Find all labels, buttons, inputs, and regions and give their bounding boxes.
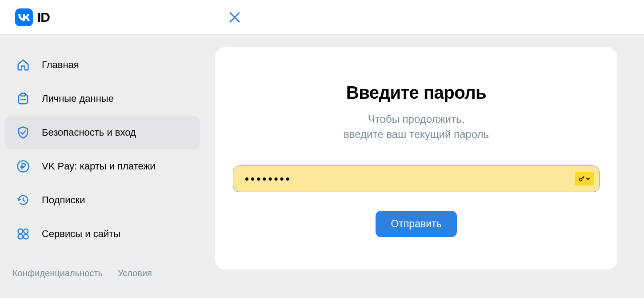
sidebar-item-label: Безопасность и вход bbox=[42, 127, 136, 138]
svg-rect-6 bbox=[18, 234, 23, 239]
vk-logo-icon bbox=[15, 8, 33, 26]
chevron-down-icon bbox=[586, 177, 590, 181]
main-content: Введите пароль Чтобы продолжить, введите… bbox=[204, 35, 644, 278]
sidebar-item-services[interactable]: Сервисы и сайты bbox=[4, 217, 200, 251]
sidebar-item-home[interactable]: Главная bbox=[4, 48, 200, 82]
close-button[interactable] bbox=[228, 11, 241, 24]
clipboard-icon bbox=[16, 92, 30, 106]
sidebar-item-label: Главная bbox=[42, 59, 79, 71]
sidebar-item-label: Личные данные bbox=[42, 93, 114, 105]
sidebar-item-label: VK Pay: карты и платежи bbox=[42, 161, 155, 172]
password-card: Введите пароль Чтобы продолжить, введите… bbox=[215, 47, 617, 270]
password-input[interactable] bbox=[233, 165, 600, 192]
brand-text: ID bbox=[37, 10, 50, 25]
brand-logo[interactable]: ID bbox=[15, 8, 50, 26]
card-title: Введите пароль bbox=[346, 83, 486, 103]
ruble-icon bbox=[16, 159, 30, 173]
sidebar-item-label: Подписки bbox=[42, 194, 85, 206]
svg-point-5 bbox=[24, 229, 28, 234]
shield-icon bbox=[16, 125, 30, 140]
svg-rect-7 bbox=[24, 234, 28, 239]
card-subtitle: Чтобы продолжить, введите ваш текущий па… bbox=[344, 112, 489, 141]
page-layout: Главная Личные данные bbox=[0, 35, 644, 278]
home-icon bbox=[16, 58, 30, 72]
key-icon bbox=[579, 176, 585, 182]
history-icon bbox=[16, 193, 30, 207]
terms-link[interactable]: Условия bbox=[118, 268, 152, 278]
password-field-wrap bbox=[233, 165, 600, 192]
nav-list: Главная Личные данные bbox=[4, 48, 200, 251]
sidebar-item-security[interactable]: Безопасность и вход bbox=[4, 116, 200, 149]
sidebar-item-label: Сервисы и сайты bbox=[42, 228, 120, 240]
sidebar: Главная Личные данные bbox=[0, 35, 204, 278]
footer-links: Конфиденциальность Условия bbox=[4, 268, 200, 278]
privacy-link[interactable]: Конфиденциальность bbox=[12, 268, 103, 278]
svg-rect-1 bbox=[21, 93, 25, 96]
app-header: ID bbox=[0, 0, 644, 35]
sidebar-item-vkpay[interactable]: VK Pay: карты и платежи bbox=[4, 149, 200, 183]
close-icon bbox=[229, 12, 240, 23]
svg-rect-4 bbox=[18, 229, 23, 234]
sidebar-item-subscriptions[interactable]: Подписки bbox=[4, 183, 200, 217]
services-icon bbox=[16, 227, 30, 241]
password-manager-button[interactable] bbox=[575, 172, 594, 185]
sidebar-divider bbox=[12, 260, 192, 260]
submit-button[interactable]: Отправить bbox=[376, 211, 456, 237]
sidebar-item-personal[interactable]: Личные данные bbox=[4, 82, 200, 116]
